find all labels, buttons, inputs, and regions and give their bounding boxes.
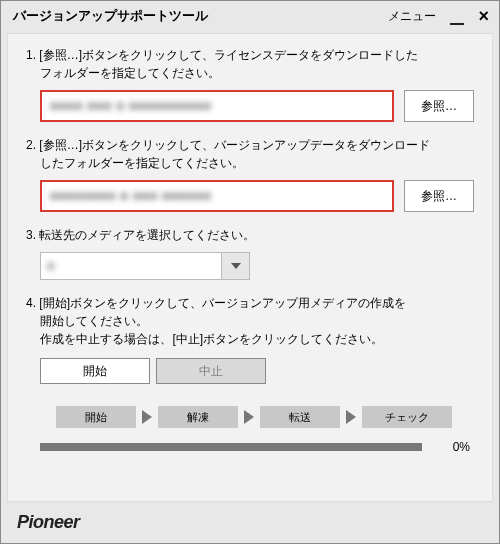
- content-area: 1. [参照…]ボタンをクリックして、ライセンスデータをダウンロードした フォル…: [7, 33, 493, 502]
- arrow-icon: [346, 410, 356, 424]
- stage-extract: 解凍: [158, 406, 238, 428]
- browse-update-button[interactable]: 参照…: [404, 180, 474, 212]
- action-row: 開始 中止: [26, 358, 474, 384]
- close-button[interactable]: ×: [478, 7, 489, 25]
- step-3-label: 3. 転送先のメディアを選択してください。: [26, 226, 474, 244]
- arrow-icon: [142, 410, 152, 424]
- progress-row: 0%: [26, 440, 474, 454]
- progress-bar: [40, 443, 422, 451]
- step-4-label: 4. [開始]ボタンをクリックして、バージョンアップ用メディアの作成を 開始して…: [26, 294, 474, 348]
- minimize-icon: [450, 23, 464, 25]
- update-folder-row: ■■■■■■■■ ■ ■■■ ■■■■■■ 参照…: [26, 180, 474, 212]
- stage-row: 開始 解凍 転送 チェック: [26, 406, 474, 428]
- minimize-button[interactable]: [450, 9, 464, 24]
- license-folder-input[interactable]: ■■■■ ■■■ ■ ■■■■■■■■■■: [40, 90, 394, 122]
- media-select[interactable]: ■: [40, 252, 250, 280]
- step-2-label: 2. [参照…]ボタンをクリックして、バージョンアップデータをダウンロード した…: [26, 136, 474, 172]
- step-4-line3: 作成を中止する場合は、[中止]ボタンをクリックしてください。: [26, 330, 474, 348]
- media-select-value: ■: [41, 253, 221, 279]
- step-1-label: 1. [参照…]ボタンをクリックして、ライセンスデータをダウンロードした フォル…: [26, 46, 474, 82]
- media-select-row: ■: [26, 252, 474, 280]
- media-value-blur: ■: [47, 259, 54, 273]
- step-4-line2: 開始してください。: [26, 312, 474, 330]
- step-3: 3. 転送先のメディアを選択してください。: [26, 226, 474, 244]
- stage-transfer: 転送: [260, 406, 340, 428]
- license-folder-value: ■■■■ ■■■ ■ ■■■■■■■■■■: [50, 99, 211, 113]
- stop-button: 中止: [156, 358, 266, 384]
- app-window: バージョンアップサポートツール メニュー × 1. [参照…]ボタンをクリックし…: [0, 0, 500, 544]
- step-4: 4. [開始]ボタンをクリックして、バージョンアップ用メディアの作成を 開始して…: [26, 294, 474, 348]
- media-select-arrow[interactable]: [221, 253, 249, 279]
- arrow-icon: [244, 410, 254, 424]
- step-4-line1: 4. [開始]ボタンをクリックして、バージョンアップ用メディアの作成を: [26, 296, 406, 310]
- menu-button[interactable]: メニュー: [388, 8, 436, 25]
- stage-start: 開始: [56, 406, 136, 428]
- update-folder-value: ■■■■■■■■ ■ ■■■ ■■■■■■: [50, 189, 211, 203]
- titlebar-controls: メニュー ×: [388, 7, 489, 25]
- browse-license-button[interactable]: 参照…: [404, 90, 474, 122]
- step-1-line2: フォルダーを指定してください。: [26, 64, 474, 82]
- titlebar: バージョンアップサポートツール メニュー ×: [1, 1, 499, 31]
- chevron-down-icon: [231, 263, 241, 269]
- step-2-line1: 2. [参照…]ボタンをクリックして、バージョンアップデータをダウンロード: [26, 138, 430, 152]
- license-folder-row: ■■■■ ■■■ ■ ■■■■■■■■■■ 参照…: [26, 90, 474, 122]
- brand-logo: Pioneer: [17, 512, 80, 532]
- progress-percent: 0%: [430, 440, 470, 454]
- window-title: バージョンアップサポートツール: [13, 7, 208, 25]
- step-2-line2: したフォルダーを指定してください。: [26, 154, 474, 172]
- footer: Pioneer: [1, 504, 499, 543]
- update-folder-input[interactable]: ■■■■■■■■ ■ ■■■ ■■■■■■: [40, 180, 394, 212]
- step-2: 2. [参照…]ボタンをクリックして、バージョンアップデータをダウンロード した…: [26, 136, 474, 172]
- start-button[interactable]: 開始: [40, 358, 150, 384]
- step-1-line1: 1. [参照…]ボタンをクリックして、ライセンスデータをダウンロードした: [26, 48, 418, 62]
- stage-check: チェック: [362, 406, 452, 428]
- step-1: 1. [参照…]ボタンをクリックして、ライセンスデータをダウンロードした フォル…: [26, 46, 474, 82]
